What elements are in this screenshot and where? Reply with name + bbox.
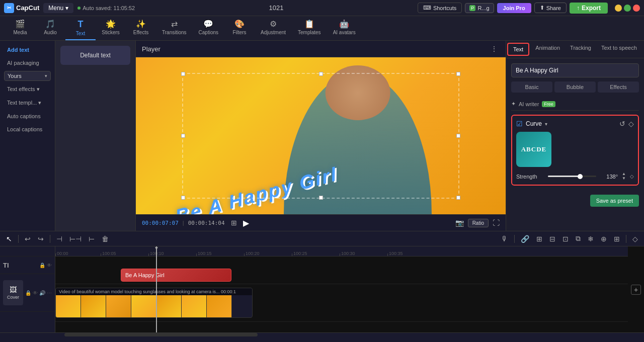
toolbar-stickers[interactable]: 🌟 Stickers bbox=[96, 16, 126, 40]
selection-box[interactable] bbox=[182, 73, 459, 199]
corner-handle-bl[interactable] bbox=[181, 196, 185, 200]
add-track-button[interactable]: + bbox=[631, 285, 641, 295]
save-preset-button[interactable]: Save as preset bbox=[590, 195, 639, 207]
player-menu-button[interactable]: ⋮ bbox=[489, 44, 500, 54]
strength-thumb[interactable] bbox=[578, 174, 583, 179]
copy-button[interactable]: ⧉ bbox=[574, 233, 583, 244]
curve-preview[interactable]: ABCDE bbox=[516, 132, 551, 167]
curve-diamond-button[interactable]: ◇ bbox=[628, 120, 634, 128]
mic-button[interactable]: 🎙 bbox=[499, 234, 510, 244]
section-tab-basic[interactable]: Basic bbox=[511, 81, 552, 93]
playhead[interactable] bbox=[156, 246, 157, 332]
zoom-button[interactable]: ⊞ bbox=[612, 234, 622, 244]
delete-button[interactable]: 🗑 bbox=[100, 234, 111, 244]
tracks-inner: Be A Happy Girl Video of beautiful woman… bbox=[55, 256, 628, 322]
section-tab-bubble[interactable]: Bubble bbox=[554, 81, 596, 93]
tab-text-to-speech[interactable]: Text to speech bbox=[596, 41, 642, 58]
curve-checkbox[interactable]: ☑ bbox=[516, 120, 523, 128]
captions-icon: 💬 bbox=[203, 19, 213, 29]
toolbar-text[interactable]: T Text bbox=[65, 16, 96, 40]
toolbar-captions[interactable]: 💬 Captions bbox=[193, 16, 224, 40]
player-controls-right: 📷 Ratio ⛶ bbox=[455, 219, 500, 227]
screenshot-button[interactable]: 📷 bbox=[455, 219, 464, 227]
text-eye-button[interactable]: 👁 bbox=[47, 263, 52, 268]
tab-tracking[interactable]: Tracking bbox=[565, 41, 596, 58]
toolbar-adjustment[interactable]: ⚙ Adjustment bbox=[255, 16, 292, 40]
text-lock-button[interactable]: 🔒 bbox=[39, 263, 45, 268]
export-button[interactable]: ↑ Export bbox=[570, 3, 608, 14]
media-label: Media bbox=[13, 30, 27, 35]
align-button[interactable]: ⊡ bbox=[560, 234, 571, 244]
text-templates-button[interactable]: Text templ... ▾ bbox=[4, 98, 51, 108]
stepper-down[interactable]: ▼ bbox=[622, 177, 626, 181]
text-track-label: TI 🔒 👁 bbox=[0, 256, 55, 274]
video-more-button[interactable]: ⋯ bbox=[47, 290, 52, 296]
scrollbar-thumb[interactable] bbox=[64, 333, 258, 336]
grid-view-button[interactable]: ⊞ bbox=[229, 218, 239, 228]
right-tabs: Text Animation Tracking Text to speech bbox=[506, 41, 644, 58]
split-button[interactable]: ⊢⊣ bbox=[67, 234, 84, 244]
strength-diamond[interactable]: ◇ bbox=[630, 174, 634, 179]
video-clip[interactable]: Video of beautiful woman model touching … bbox=[55, 288, 253, 318]
window-maximize[interactable] bbox=[624, 5, 631, 12]
split-left-button[interactable]: ⊣ bbox=[54, 234, 64, 244]
window-minimize[interactable] bbox=[615, 5, 622, 12]
toolbar-audio[interactable]: 🎵 Audio bbox=[35, 16, 65, 40]
fullscreen-button[interactable]: ⛶ bbox=[493, 219, 500, 227]
corner-handle-br[interactable] bbox=[456, 196, 460, 200]
undo-button[interactable]: ↩ bbox=[23, 234, 33, 244]
split-right-button[interactable]: ⊢ bbox=[87, 234, 97, 244]
text-input[interactable] bbox=[511, 63, 639, 77]
toolbar-media[interactable]: 🎬 Media bbox=[5, 16, 35, 40]
video-audio-button[interactable]: 🔊 bbox=[39, 290, 45, 296]
shortcuts-button[interactable]: ⌨ Shortcuts bbox=[418, 3, 462, 13]
menu-button[interactable]: Menu ▾ bbox=[43, 3, 73, 13]
share-button[interactable]: ⬆ Share bbox=[534, 3, 567, 13]
effects-label: Effects bbox=[133, 30, 148, 35]
join-pro-button[interactable]: Join Pro bbox=[497, 3, 531, 13]
yours-selector[interactable]: Yours ▾ bbox=[4, 71, 51, 81]
window-close[interactable] bbox=[633, 5, 640, 12]
auto-captions-button[interactable]: Auto captions bbox=[4, 111, 51, 121]
text-clip[interactable]: Be A Happy Girl bbox=[121, 269, 231, 282]
keyframe-button[interactable]: ◇ bbox=[630, 234, 640, 244]
pro-badge: P R...g bbox=[465, 3, 494, 13]
video-eye-button[interactable]: 👁 bbox=[33, 290, 38, 296]
cover-button[interactable]: 🖼 Cover bbox=[3, 280, 23, 305]
tab-animation[interactable]: Animation bbox=[530, 41, 565, 58]
video-lock-button[interactable]: 🔒 bbox=[25, 290, 31, 296]
stepper-up[interactable]: ▲ bbox=[622, 172, 626, 176]
toolbar-ai-avatars[interactable]: 🤖 AI avatars bbox=[327, 16, 362, 40]
mid-handle-left[interactable] bbox=[181, 134, 185, 138]
curve-reset-button[interactable]: ↺ bbox=[619, 120, 625, 128]
speed-button[interactable]: ⊕ bbox=[599, 234, 609, 244]
toolbar-filters[interactable]: 🎨 Filters bbox=[224, 16, 255, 40]
timeline-scrollbar[interactable] bbox=[0, 332, 644, 336]
local-captions-button[interactable]: Local captions bbox=[4, 124, 51, 134]
select-tool-button[interactable]: ↖ bbox=[4, 234, 14, 244]
ratio-button[interactable]: Ratio bbox=[468, 219, 489, 227]
mid-handle-bottom[interactable] bbox=[319, 196, 323, 200]
ai-packaging-button[interactable]: AI packaging bbox=[4, 58, 51, 68]
text-effects-button[interactable]: Text effects ▾ bbox=[4, 84, 51, 95]
ungroup-button[interactable]: ⊟ bbox=[547, 234, 557, 244]
redo-button[interactable]: ↪ bbox=[36, 234, 46, 244]
toolbar-transitions[interactable]: ⇄ Transitions bbox=[156, 16, 193, 40]
add-text-button[interactable]: Add text bbox=[4, 45, 51, 55]
group-button[interactable]: ⊞ bbox=[534, 234, 544, 244]
corner-handle-tl[interactable] bbox=[181, 72, 185, 76]
strength-slider[interactable] bbox=[548, 176, 596, 177]
mid-handle-top[interactable] bbox=[319, 72, 323, 76]
ai-writer-row[interactable]: ✦ AI writer Free bbox=[511, 98, 639, 111]
mid-handle-right[interactable] bbox=[456, 134, 460, 138]
default-text-card[interactable]: Default text bbox=[60, 46, 130, 65]
strength-row: Strength 138° ▲ ▼ ◇ bbox=[516, 172, 634, 181]
freeze-button[interactable]: ❄ bbox=[586, 234, 596, 244]
toolbar-effects[interactable]: ✨ Effects bbox=[126, 16, 156, 40]
tab-text[interactable]: Text bbox=[507, 43, 529, 56]
corner-handle-tr[interactable] bbox=[456, 72, 460, 76]
play-button[interactable]: ▶ bbox=[243, 218, 249, 228]
link-button[interactable]: 🔗 bbox=[519, 234, 531, 244]
toolbar-templates[interactable]: 📋 Templates bbox=[292, 16, 327, 40]
section-tab-effects[interactable]: Effects bbox=[598, 81, 639, 93]
